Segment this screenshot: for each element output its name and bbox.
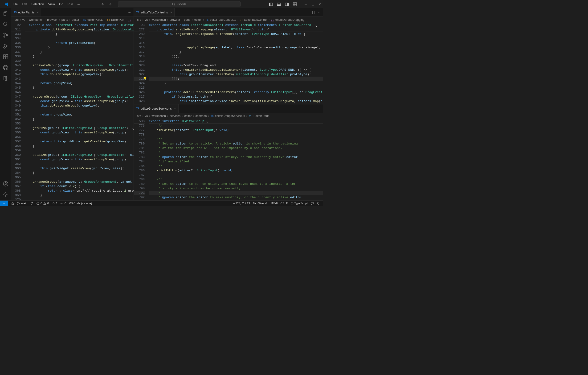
remote-indicator-icon[interactable] — [0, 201, 8, 206]
status-radio[interactable]: 0 — [59, 202, 68, 205]
menu-more-icon[interactable]: ··· — [75, 1, 82, 7]
svg-point-32 — [62, 203, 63, 204]
layout-panel-icon[interactable] — [277, 2, 281, 6]
vscode-logo-icon — [4, 2, 9, 6]
more-actions-icon[interactable]: ··· — [318, 11, 320, 14]
more-actions-icon[interactable]: ··· — [128, 11, 131, 14]
activity-bar — [0, 8, 11, 200]
github-icon[interactable] — [3, 65, 9, 70]
status-feedback-icon[interactable] — [309, 202, 315, 205]
run-debug-icon[interactable] — [3, 43, 9, 49]
menu-file[interactable]: File — [11, 1, 20, 7]
status-tab-size[interactable]: Tab Size: 4 — [251, 202, 268, 205]
editor-right-top-code[interactable]: 9327728031431531631731831932032132232332… — [134, 23, 323, 104]
window-close-icon[interactable] — [318, 3, 321, 6]
status-ports[interactable]: 1 — [50, 202, 59, 205]
status-project[interactable]: VS Code (vscode) — [68, 202, 93, 205]
command-center[interactable]: vscode — [118, 1, 241, 7]
svg-rect-27 — [12, 203, 14, 204]
method-icon: ⬚ — [271, 18, 274, 22]
menu-selection[interactable]: Selection — [30, 1, 46, 7]
tab-label: editorTabsControl.ts — [141, 11, 168, 14]
svg-rect-18 — [3, 57, 5, 59]
svg-rect-10 — [295, 4, 297, 6]
svg-rect-8 — [295, 3, 297, 4]
menu-bar: File Edit Selection View Go Run ··· — [11, 1, 82, 7]
editor-right-bottom-code[interactable]: 5087767777787797807817827837847857867877… — [134, 119, 323, 200]
method-icon: ⬚ — [128, 18, 131, 22]
svg-point-14 — [4, 36, 5, 37]
class-icon: ⬡ — [240, 18, 242, 22]
svg-point-0 — [172, 3, 175, 5]
more-actions-icon[interactable]: ··· — [318, 107, 320, 110]
status-encoding[interactable]: UTF-8 — [268, 202, 279, 205]
svg-point-12 — [3, 22, 7, 25]
status-branch[interactable]: main — [16, 202, 29, 205]
svg-rect-4 — [277, 4, 281, 6]
svg-rect-7 — [293, 3, 295, 4]
svg-point-28 — [17, 202, 18, 203]
accounts-icon[interactable] — [3, 181, 9, 187]
menu-view[interactable]: View — [46, 1, 57, 7]
title-bar: File Edit Selection View Go Run ··· vsco… — [0, 0, 323, 8]
status-lock-icon[interactable] — [10, 202, 16, 205]
source-control-icon[interactable] — [3, 32, 9, 38]
svg-rect-2 — [269, 3, 271, 6]
search-icon[interactable] — [3, 21, 9, 27]
svg-point-13 — [4, 33, 5, 34]
tab-editor-groups-service[interactable]: TS editorGroupsService.ts × — [134, 104, 178, 113]
svg-rect-19 — [6, 57, 8, 59]
editor-group-right-top: TS editorTabsControl.ts × ··· src› vs› w… — [134, 8, 323, 104]
breadcrumb[interactable]: src› vs› workbench› browser› parts› edit… — [11, 17, 134, 23]
status-language[interactable]: { } TypeScript — [289, 202, 309, 205]
status-bar: main 0 0 1 0 VS Code (vscode) Ln 323, Co… — [0, 200, 323, 206]
editor-left-code[interactable]: 9231133333433533633733833934034134234334… — [11, 23, 134, 200]
editor-group-right-bottom: TS editorGroupsService.ts × ··· src› vs›… — [134, 104, 323, 200]
status-eol[interactable]: CRLF — [279, 202, 289, 205]
tab-editor-tabs-control[interactable]: TS editorTabsControl.ts × — [134, 8, 175, 17]
status-problems[interactable]: 0 0 — [35, 202, 50, 205]
window-minimize-icon[interactable] — [304, 3, 307, 6]
svg-point-24 — [5, 182, 6, 184]
nav-forward-icon[interactable] — [109, 2, 112, 6]
breadcrumb[interactable]: src› vs› workbench› services› editor› co… — [134, 113, 323, 119]
split-editor-icon[interactable] — [311, 11, 315, 14]
nav-back-icon[interactable] — [101, 2, 104, 6]
status-sync-icon[interactable] — [29, 202, 35, 205]
breadcrumb[interactable]: src› vs› workbench› browser› parts› edit… — [134, 17, 323, 23]
tab-editor-part[interactable]: TS editorPart.ts × — [11, 8, 41, 17]
close-icon[interactable]: × — [174, 107, 176, 110]
explorer-icon[interactable] — [3, 11, 9, 16]
svg-rect-6 — [287, 3, 289, 6]
svg-rect-9 — [293, 4, 295, 6]
menu-go[interactable]: Go — [57, 1, 65, 7]
editor-group-left: TS editorPart.ts × ··· src› vs› workbenc… — [11, 8, 134, 200]
extensions-icon[interactable] — [3, 54, 9, 60]
svg-rect-20 — [6, 54, 8, 56]
typescript-icon: TS — [136, 11, 139, 14]
interface-icon: ⊙ — [249, 114, 251, 118]
typescript-icon: TS — [205, 19, 209, 21]
close-icon[interactable]: × — [170, 11, 172, 14]
tab-label: editorGroupsService.ts — [141, 107, 172, 110]
search-placeholder: vscode — [177, 2, 186, 6]
typescript-icon: TS — [83, 19, 86, 21]
svg-rect-11 — [312, 3, 314, 5]
typescript-icon: TS — [210, 115, 214, 117]
menu-edit[interactable]: Edit — [20, 1, 29, 7]
svg-point-25 — [5, 194, 6, 195]
close-icon[interactable]: × — [37, 11, 39, 14]
window-maximize-icon[interactable] — [311, 3, 314, 6]
svg-rect-17 — [3, 55, 5, 57]
references-icon[interactable] — [3, 76, 9, 81]
layout-sidebar-left-icon[interactable] — [269, 2, 273, 6]
tab-label: editorPart.ts — [18, 11, 35, 14]
status-line-col[interactable]: Ln 323, Col 13 — [230, 202, 251, 205]
class-icon: ⬡ — [107, 18, 110, 22]
menu-run[interactable]: Run — [65, 1, 75, 7]
status-bell-icon[interactable] — [315, 202, 321, 205]
layout-sidebar-right-icon[interactable] — [285, 2, 289, 6]
typescript-icon: TS — [136, 107, 139, 110]
layout-customize-icon[interactable] — [293, 2, 297, 6]
settings-gear-icon[interactable] — [3, 192, 9, 198]
